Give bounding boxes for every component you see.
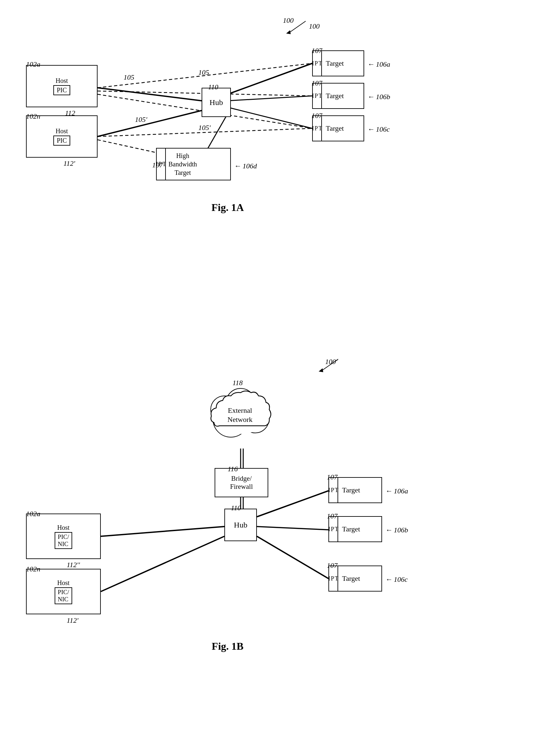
hub-box-1a: Hub (202, 88, 231, 117)
host-a-label-1b: Host (57, 524, 69, 532)
svg-marker-21 (286, 30, 291, 34)
host-n-pic-1a: PIC (53, 135, 70, 146)
fig-1a-label: Fig. 1A (163, 202, 293, 214)
ref-107-c-1a: 107 (312, 112, 322, 120)
target-d-label-1a: HighBandwidthTarget (166, 149, 200, 180)
ref-105p-1a-1: 105' (135, 115, 147, 124)
target-b-label-1b: Target (338, 517, 364, 542)
fig-1b-label: Fig. 1B (163, 640, 293, 652)
ref-107-b-1a: 107 (312, 79, 322, 87)
ref-107-a-1a: 107 (312, 47, 322, 55)
target-b-label-1a: Target (322, 84, 348, 108)
target-c-label-1b: Target (338, 566, 364, 591)
ref-106b-1b: ←106b (385, 526, 408, 534)
svg-line-4 (228, 107, 312, 128)
svg-line-20 (289, 21, 306, 32)
target-c-label-1a: Target (322, 116, 348, 141)
bridge-firewall-label: Bridge/ (231, 475, 252, 483)
ref-102a-1a: 102a (26, 60, 40, 68)
svg-line-16 (101, 536, 224, 592)
host-a-label-1a: Host (56, 77, 68, 85)
ref-107-c-1b: 107 (327, 561, 338, 570)
host-n-pic-1b: PIC/NIC (55, 587, 72, 604)
ref-106a-1b: ←106a (385, 487, 408, 495)
ref-106c-1b: ←106c (385, 575, 408, 584)
ref-105p-1a-2: 105' (198, 123, 211, 132)
hub-box-1b: Hub (224, 509, 257, 541)
tpi-b-1b: TPI (329, 517, 338, 542)
tpi-c-1b: TPI (329, 566, 338, 591)
host-n-box-1a: Host PIC (26, 115, 97, 158)
ref-107-a-1b: 107 (327, 473, 338, 481)
bridge-firewall-box: Bridge/ Firewall (214, 468, 268, 497)
host-a-pic-1a: PIC (53, 85, 70, 95)
target-d-box-1a: TPI HighBandwidthTarget (156, 148, 231, 180)
host-n-box-1b: Host PIC/NIC (26, 569, 101, 614)
ref-112p-1a: 112' (63, 159, 75, 168)
ref-110-1a: 110 (208, 83, 218, 91)
ref-106d-1a: ←106d (234, 162, 257, 170)
ref-106c-1a: ←106c (368, 125, 390, 133)
host-a-box-1a: Host PIC (26, 65, 97, 107)
svg-line-22 (322, 359, 338, 370)
arrow-100-1a (276, 18, 315, 37)
ref-107-d-1a: 107 (152, 161, 163, 169)
tpi-a-1b: TPI (329, 478, 338, 503)
svg-text:Network: Network (228, 415, 253, 424)
ref-112p-1b: 112' (67, 616, 78, 625)
target-a-label-1b: Target (338, 478, 364, 503)
host-n-label-1b: Host (57, 579, 69, 587)
host-n-label-1a: Host (56, 127, 68, 135)
svg-line-18 (257, 526, 328, 530)
svg-line-0 (97, 88, 202, 101)
ref-112pp-1b: 112'' (67, 561, 80, 569)
svg-line-3 (228, 96, 312, 101)
ref-102n-1a: 102n (26, 112, 40, 121)
svg-text:External: External (228, 406, 252, 415)
svg-line-15 (101, 526, 224, 536)
svg-line-19 (257, 536, 328, 578)
ref-118-1b: 118 (233, 379, 242, 387)
ref-102a-1b: 102a (26, 510, 40, 518)
ref-110-1b: 110 (231, 504, 241, 512)
ref-105-1a-2: 105 (198, 68, 209, 77)
ref-107-b-1b: 107 (327, 512, 338, 520)
page: 100 100 Host PIC 102a 112 Host PIC 102n … (0, 0, 557, 756)
host-a-pic-1b: PIC/NIC (55, 532, 72, 549)
host-a-box-1b: Host PIC/NIC (26, 514, 101, 559)
ref-106a-1a: ←106a (368, 60, 390, 68)
svg-line-1 (97, 111, 202, 137)
svg-marker-23 (319, 368, 323, 372)
target-a-label-1a: Target (322, 51, 348, 76)
ref-102n-1b: 102n (26, 565, 40, 573)
external-network-cloud: External Network (198, 377, 283, 445)
ref-116-1b: 116 (228, 465, 238, 473)
arrow-100-1b (309, 356, 348, 375)
svg-line-2 (228, 63, 312, 94)
ref-105-1a-1: 105 (123, 73, 134, 82)
ref-106b-1a: ←106b (368, 93, 390, 101)
